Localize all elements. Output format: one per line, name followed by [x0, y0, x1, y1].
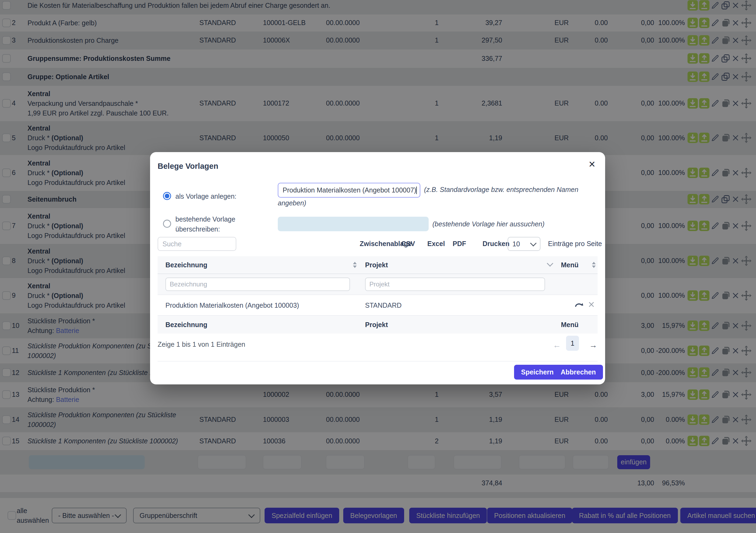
divider	[158, 361, 598, 362]
template-bezeichnung: Produktion Materialkosten (Angebot 10000…	[165, 301, 299, 309]
page-1-button[interactable]: 1	[566, 336, 579, 351]
page-size-suffix: Einträge pro Seite	[548, 240, 602, 248]
radio-create-template[interactable]	[163, 192, 171, 200]
text-cursor	[416, 187, 417, 194]
templates-table-header: Bezeichnung Projekt Menü	[158, 256, 598, 274]
belege-vorlagen-modal: Belege Vorlagen × als Vorlage anlegen: P…	[150, 152, 605, 384]
search-input[interactable]	[158, 237, 236, 251]
col-menu: Menü	[561, 261, 579, 269]
template-projekt: STANDARD	[365, 301, 402, 309]
page-next-arrow[interactable]: →	[589, 341, 597, 350]
sort-menu-icon[interactable]	[592, 262, 596, 268]
entries-info: Zeige 1 bis 1 von 1 Einträgen	[158, 341, 245, 348]
close-icon[interactable]: ×	[589, 159, 595, 170]
page-size-value: 10	[512, 240, 520, 248]
col-bezeichnung: Bezeichnung	[165, 261, 207, 269]
templates-filter-row	[158, 274, 598, 294]
template-name-group: Produktion Materialkosten (Angebot 10000…	[278, 183, 593, 208]
footer-col-bezeichnung: Bezeichnung	[165, 321, 207, 329]
export-csv-link[interactable]: CSV	[401, 240, 415, 248]
delete-template-icon[interactable]	[587, 300, 595, 310]
sort-projekt-icon[interactable]	[547, 260, 553, 266]
template-row: Produktion Materialkosten (Angebot 10000…	[158, 294, 598, 316]
radio-overwrite-template[interactable]	[163, 220, 171, 228]
template-name-input[interactable]: Produktion Materialkosten (Angebot 10000…	[278, 183, 420, 198]
overwrite-template-input[interactable]	[278, 217, 429, 231]
export-pdf-link[interactable]: PDF	[453, 240, 466, 248]
export-drucken-link[interactable]: Drucken	[482, 240, 509, 248]
templates-table: Bezeichnung Projekt Menü Produktion Mate…	[158, 256, 598, 334]
page-prev-arrow[interactable]: ←	[553, 341, 561, 350]
load-template-icon[interactable]	[574, 300, 585, 311]
overwrite-hint: (bestehende Vorlage hier aussuchen)	[432, 220, 545, 228]
radio-create-label: als Vorlage anlegen:	[176, 192, 236, 200]
templates-table-footer: Bezeichnung Projekt Menü	[158, 316, 598, 334]
cancel-button[interactable]: Abbrechen	[554, 365, 603, 380]
export-excel-link[interactable]: Excel	[427, 240, 445, 248]
radio-overwrite-label: bestehende Vorlage überschreiben:	[176, 214, 256, 234]
filter-bezeichnung-input[interactable]	[165, 278, 350, 291]
footer-col-menu: Menü	[561, 321, 579, 329]
modal-title: Belege Vorlagen	[158, 162, 218, 171]
chevron-down-icon	[530, 240, 536, 246]
filter-projekt-input[interactable]	[365, 278, 545, 291]
sort-bezeichnung-icon[interactable]	[353, 262, 357, 268]
col-projekt: Projekt	[365, 261, 388, 269]
footer-col-projekt: Projekt	[365, 321, 388, 329]
page-size-select[interactable]: 10	[508, 237, 540, 251]
